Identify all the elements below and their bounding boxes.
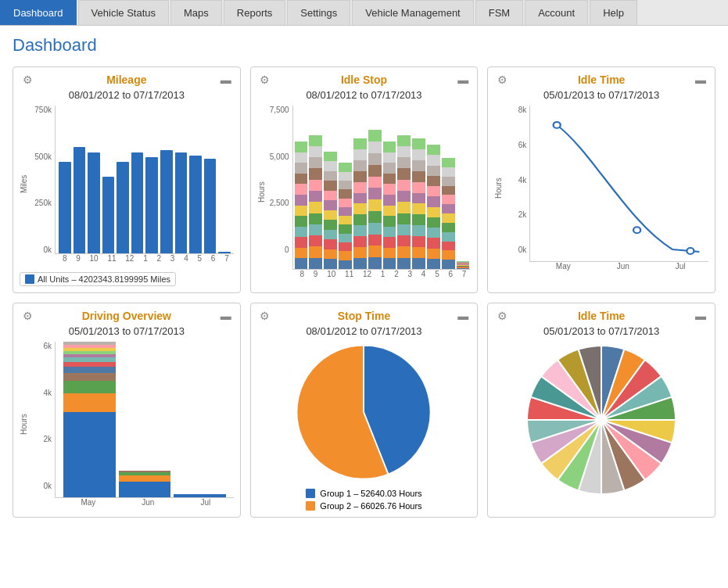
idle-time-y-axis: 8k 6k 4k 2k 0k — [504, 106, 529, 254]
tab-vehicle-management[interactable]: Vehicle Management — [352, 0, 473, 25]
idle-time-date: 05/01/2013 to 07/17/2013 — [494, 89, 708, 101]
driving-overview-minimize-icon[interactable]: ▬ — [218, 310, 234, 322]
mileage-card: ⚙ Mileage ▬ 08/01/2012 to 07/17/2013 Mil… — [13, 66, 241, 293]
idle-stop-bars — [292, 106, 472, 270]
mileage-bar-5 — [131, 152, 144, 253]
idle-stop-bar-11 — [457, 106, 470, 269]
idle-stop-y-label: Hours — [257, 106, 266, 278]
svg-point-1 — [633, 227, 640, 233]
stop-time-pie-area: Group 1 – 52640.03 HoursGroup 2 – 66026.… — [257, 342, 472, 511]
idle-time-pie-gear-icon[interactable]: ⚙ — [494, 310, 510, 322]
mileage-date: 08/01/2012 to 07/17/2013 — [20, 89, 234, 101]
svg-point-0 — [554, 122, 561, 128]
navigation: Dashboard Vehicle Status Maps Reports Se… — [0, 0, 728, 26]
idle-stop-date: 08/01/2012 to 07/17/2013 — [257, 89, 472, 101]
idle-stop-chart-wrapper: Hours 7,500 5,000 2,500 0 89 — [257, 106, 472, 278]
idle-stop-y-axis: 7,500 5,000 2,500 0 — [267, 106, 292, 254]
stop-time-minimize-icon[interactable]: ▬ — [455, 310, 471, 322]
mileage-y-axis: 750k 500k 250k 0k — [30, 106, 55, 254]
idle-stop-bar-1 — [309, 106, 322, 269]
idle-time-y-label: Hours — [494, 106, 503, 271]
stop-time-card: ⚙ Stop Time ▬ 08/01/2012 to 07/17/2013 G… — [250, 303, 479, 518]
driving-overview-y-axis: 6k 4k 2k 0k — [30, 342, 55, 490]
mileage-y-label: Miles — [20, 106, 28, 263]
mileage-legend: All Units – 4202343.8199995 Miles — [20, 272, 176, 286]
mileage-header: ⚙ Mileage ▬ — [20, 74, 234, 86]
mileage-bar-10 — [204, 159, 217, 253]
tab-maps[interactable]: Maps — [170, 0, 222, 25]
idle-stop-bar-0 — [295, 106, 308, 269]
driving-overview-x-axis: May Jun Jul — [30, 498, 234, 507]
stop-time-date: 08/01/2012 to 07/17/2013 — [257, 325, 472, 337]
page-title: Dashboard — [13, 35, 715, 56]
tab-settings[interactable]: Settings — [287, 0, 350, 25]
idle-stop-bar-10 — [442, 106, 455, 269]
idle-stop-title: Idle Stop — [273, 74, 456, 86]
mileage-bars — [55, 106, 234, 254]
mileage-bar-0 — [59, 162, 71, 253]
idle-stop-bar-5 — [368, 106, 382, 269]
idle-time-x-axis: May Jun Jul — [504, 262, 708, 271]
stop-time-legend-swatch — [306, 489, 315, 498]
mileage-bar-3 — [102, 177, 115, 253]
idle-stop-bar-8 — [412, 106, 425, 269]
idle-stop-gear-icon[interactable]: ⚙ — [257, 74, 273, 86]
idle-time-pie-card: ⚙ Idle Time ▬ 05/01/2013 to 07/17/2013 — [487, 303, 715, 518]
idle-stop-minimize-icon[interactable]: ▬ — [455, 74, 471, 86]
mileage-title: Mileage — [35, 74, 218, 86]
driving-overview-gear-icon[interactable]: ⚙ — [20, 310, 35, 322]
idle-stop-bar-7 — [397, 106, 411, 269]
idle-time-header: ⚙ Idle Time ▬ — [494, 74, 708, 86]
mileage-x-axis: 89 1011 121 23 45 67 — [30, 254, 234, 263]
tab-vehicle-status[interactable]: Vehicle Status — [78, 0, 169, 25]
idle-time-card: ⚙ Idle Time ▬ 05/01/2013 to 07/17/2013 H… — [487, 66, 715, 293]
driving-overview-bars — [55, 342, 234, 498]
idle-time-pie-minimize-icon[interactable]: ▬ — [693, 310, 708, 322]
stop-time-title: Stop Time — [273, 310, 456, 322]
idle-time-minimize-icon[interactable]: ▬ — [693, 74, 708, 86]
idle-time-gear-icon[interactable]: ⚙ — [494, 74, 510, 86]
stop-time-legend-row: Group 1 – 52640.03 Hours — [306, 489, 421, 498]
idle-time-chart-wrapper: Hours 8k 6k 4k 2k 0k — [494, 106, 708, 271]
stop-time-gear-icon[interactable]: ⚙ — [257, 310, 273, 322]
mileage-bar-2 — [88, 152, 100, 253]
stop-time-legend-label: Group 1 – 52640.03 Hours — [320, 489, 421, 498]
tab-fsm[interactable]: FSM — [475, 0, 523, 25]
stop-time-legend-label: Group 2 – 66026.76 Hours — [320, 501, 421, 511]
tab-help[interactable]: Help — [590, 0, 637, 25]
driving-may-bar — [63, 342, 116, 497]
idle-stop-card: ⚙ Idle Stop ▬ 08/01/2012 to 07/17/2013 H… — [250, 66, 479, 293]
stop-time-pie-svg — [293, 342, 434, 482]
driving-overview-header: ⚙ Driving Overview ▬ — [20, 310, 234, 322]
driving-overview-chart-wrapper: Hours 6k 4k 2k 0k — [20, 342, 234, 507]
idle-stop-bar-9 — [427, 106, 440, 269]
mileage-chart-wrapper: Miles 750k 500k 250k 0k 89 — [20, 106, 234, 263]
stop-time-legend-row: Group 2 – 66026.76 Hours — [306, 501, 421, 511]
driving-overview-title: Driving Overview — [35, 310, 218, 322]
idle-stop-bar-4 — [353, 106, 367, 269]
mileage-bar-1 — [74, 147, 86, 253]
tab-account[interactable]: Account — [525, 0, 588, 25]
idle-time-pie-date: 05/01/2013 to 07/17/2013 — [494, 325, 708, 337]
stop-time-legend: Group 1 – 52640.03 HoursGroup 2 – 66026.… — [306, 489, 421, 511]
mileage-bar-6 — [145, 157, 158, 253]
mileage-minimize-icon[interactable]: ▬ — [218, 74, 234, 86]
tab-reports[interactable]: Reports — [224, 0, 286, 25]
mileage-bar-9 — [189, 156, 202, 253]
idle-time-chart-inner — [529, 106, 708, 262]
driving-jun-bar — [119, 342, 171, 497]
stop-time-legend-swatch — [306, 501, 315, 511]
mileage-legend-label: All Units – 4202343.8199995 Miles — [38, 274, 170, 284]
idle-stop-bar-6 — [383, 106, 396, 269]
idle-stop-bar-2 — [324, 106, 337, 269]
mileage-bar-8 — [175, 152, 188, 253]
driving-jul-bar — [174, 342, 226, 497]
mileage-gear-icon[interactable]: ⚙ — [20, 74, 35, 86]
idle-time-pie-svg — [523, 342, 680, 498]
idle-time-pie-area — [494, 342, 708, 498]
idle-time-pie-header: ⚙ Idle Time ▬ — [494, 310, 708, 322]
svg-point-2 — [687, 248, 694, 254]
mileage-bar-7 — [160, 150, 173, 253]
mileage-bar-4 — [117, 162, 129, 253]
tab-dashboard[interactable]: Dashboard — [0, 0, 77, 25]
